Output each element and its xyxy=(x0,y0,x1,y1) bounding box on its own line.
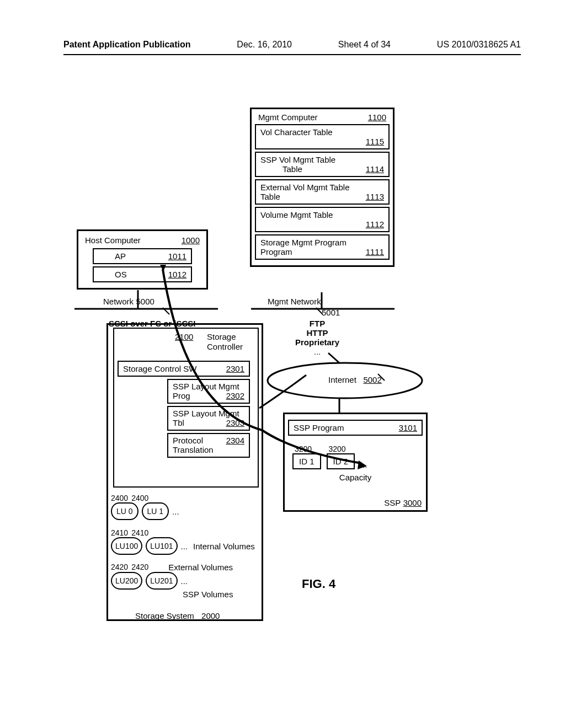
mgmt-network-label: Mgmt Network xyxy=(268,297,321,307)
mgmt-computer-num: 1100 xyxy=(368,113,386,122)
host-computer-box: Host Computer 1000 AP 1011 OS 1012 xyxy=(77,229,208,290)
lu201: LU201 xyxy=(146,572,177,590)
host-computer-num: 1000 xyxy=(182,235,200,245)
volume-mgmt-table: Volume Mgmt Table1112 xyxy=(255,207,390,232)
os-box: OS 1012 xyxy=(93,266,192,282)
id1: ID 1 xyxy=(292,453,321,469)
lu-row-2: 2410 2410 LU100 LU101 ... Internal Volum… xyxy=(111,528,255,555)
publication-label: Patent Application Publication xyxy=(63,40,191,50)
lu1: LU 1 xyxy=(142,502,169,520)
protocol-translation: Protocol 2304 Translation xyxy=(167,433,250,458)
network-label: Network 5000 xyxy=(103,297,154,307)
id2-group: 3200 ID 2 xyxy=(327,445,355,469)
host-computer-title: Host Computer xyxy=(85,235,141,245)
mgmt-network-num: 5001 xyxy=(322,308,340,318)
sheet-number: Sheet 4 of 34 xyxy=(338,40,391,50)
internet-label: Internet 5002 xyxy=(328,375,382,384)
lu200: LU200 xyxy=(111,572,142,590)
lu100: LU100 xyxy=(111,537,142,555)
figure-label: FIG. 4 xyxy=(302,577,335,591)
ap-box: AP 1011 xyxy=(93,248,192,264)
ssp-box: SSP Program 3101 3200 ID 1 3200 ID 2 ...… xyxy=(283,413,428,512)
id1-group: 3200 ID 1 xyxy=(292,445,321,469)
external-vol-mgmt-table: External Vol Mgmt TableTable1113 xyxy=(255,179,390,205)
publication-date: Dec. 16, 2010 xyxy=(237,40,292,50)
publication-id: US 2010/0318625 A1 xyxy=(437,40,521,50)
vol-char-table: Vol Character Table1115 xyxy=(255,124,390,149)
protocols-label: FTP HTTP Proprietary ... xyxy=(290,319,345,356)
ssp-layout-tbl: SSP Layout Mgmt Tbl 2303 xyxy=(167,406,250,431)
mgmt-computer-title: Mgmt Computer xyxy=(258,113,318,122)
storage-controller-box: 2100 StorageController Storage Control S… xyxy=(113,328,259,488)
capacity-label: Capacity xyxy=(288,473,423,482)
lu-row-3: 2420 2420 External Volumes LU200 LU201 .… xyxy=(111,563,233,599)
ssp-volumes-label: SSP Volumes xyxy=(183,590,233,599)
lu-row-1: 2400 2400 LU 0 LU 1 ... xyxy=(111,494,179,520)
scsi-label: SCSI over FC or iSCSI xyxy=(109,319,196,328)
ssp-vol-mgmt-table: SSP Vol Mgmt TableTable1114 xyxy=(255,152,390,177)
storage-system-label: Storage System 2000 xyxy=(135,611,220,621)
lu0: LU 0 xyxy=(111,502,138,520)
header-rule xyxy=(63,54,521,55)
internal-volumes-label: Internal Volumes xyxy=(193,542,255,551)
figure-diagram: Mgmt Computer 1100 Vol Character Table11… xyxy=(63,99,494,656)
svg-line-9 xyxy=(163,308,169,314)
page-header: Patent Application Publication Dec. 16, … xyxy=(0,0,565,54)
mgmt-computer-box: Mgmt Computer 1100 Vol Character Table11… xyxy=(250,108,395,267)
ssp-program: SSP Program 3101 xyxy=(288,420,423,436)
external-volumes-label: External Volumes xyxy=(168,563,233,572)
id2: ID 2 xyxy=(327,453,355,469)
ssp-layout-prog: SSP Layout Mgmt Prog 2302 xyxy=(167,379,250,404)
lu101: LU101 xyxy=(146,537,177,555)
storage-control-sw: Storage Control SW 2301 xyxy=(118,361,250,377)
storage-mgmt-program: Storage Mgmt ProgramProgram1111 xyxy=(255,234,390,260)
storage-controller-label: StorageController xyxy=(207,332,243,352)
